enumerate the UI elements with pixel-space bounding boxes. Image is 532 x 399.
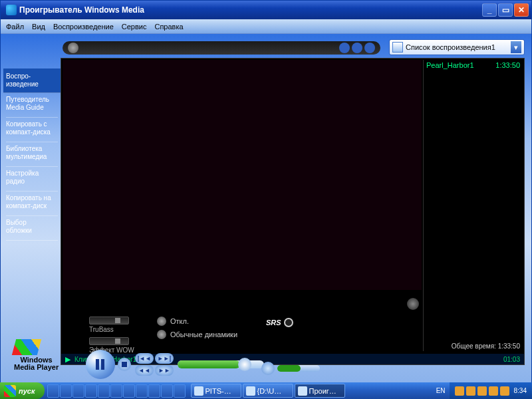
- tray-icon[interactable]: [500, 386, 509, 396]
- clock[interactable]: 8:34: [514, 387, 527, 394]
- ql-icon[interactable]: [123, 384, 135, 398]
- app-window: Проигрыватель Windows Media _ ▭ ✕ Файл В…: [0, 0, 532, 382]
- window-title: Проигрыватель Windows Media: [19, 5, 482, 15]
- menu-file[interactable]: Файл: [6, 23, 24, 31]
- topbar: Список воспроизведения1 ▾: [63, 39, 525, 57]
- tray-icon[interactable]: [466, 386, 475, 396]
- play-pause-button[interactable]: [86, 350, 115, 379]
- volume-slider[interactable]: [277, 365, 320, 372]
- menu-playback[interactable]: Воспроизведение: [53, 23, 114, 31]
- playlist-dropdown[interactable]: Список воспроизведения1 ▾: [389, 39, 525, 55]
- ql-icon[interactable]: [136, 384, 148, 398]
- playlist-item-duration: 1:33:50: [495, 61, 520, 69]
- taskbar: пуск PITS-… {D:\U… Проиг… EN 8:34: [0, 382, 532, 399]
- prev-button[interactable]: |◄◄: [135, 353, 154, 364]
- tray-icon[interactable]: [489, 386, 498, 396]
- playlist-item-name: Pearl_Harbor1: [426, 61, 474, 69]
- transport-controls: |◄◄ ►►| ◄◄ ►►: [86, 350, 268, 379]
- nav-copy-from-cd[interactable]: Копировать скомпакт-диска: [6, 118, 58, 142]
- ql-icon[interactable]: [161, 384, 173, 398]
- tray-icon[interactable]: [455, 386, 464, 396]
- ql-icon[interactable]: [47, 384, 59, 398]
- start-icon: [4, 385, 16, 397]
- tray-icon[interactable]: [477, 386, 487, 396]
- view-icon-1[interactable]: [339, 43, 350, 53]
- nav-now-playing[interactable]: Воспро-изведение: [3, 68, 61, 93]
- menu-service[interactable]: Сервис: [122, 23, 147, 31]
- wow-slider[interactable]: [89, 337, 129, 345]
- fastforward-button[interactable]: ►►: [155, 365, 174, 376]
- lang-indicator[interactable]: EN: [432, 387, 450, 394]
- quicklaunch: [47, 384, 186, 398]
- nav-library[interactable]: Библиотекамультимедиа: [6, 142, 58, 167]
- playlist-item[interactable]: Pearl_Harbor1 1:33:50: [426, 61, 520, 69]
- trubass-label: TruBass: [89, 326, 134, 333]
- system-tray: 8:34: [450, 382, 532, 399]
- ql-icon[interactable]: [110, 384, 122, 398]
- menu-view[interactable]: Вид: [32, 23, 45, 31]
- playlist-icon: [392, 42, 403, 53]
- fullscreen-button[interactable]: [407, 298, 419, 310]
- power-icon: [157, 317, 166, 326]
- top-pill: [63, 41, 380, 55]
- trubass-slider[interactable]: [89, 317, 129, 325]
- player-panel: Pearl_Harbor1 1:33:50 Общее время: 1:33:…: [61, 58, 525, 365]
- rewind-button[interactable]: ◄◄: [135, 365, 154, 376]
- mute-button[interactable]: [261, 362, 275, 375]
- titlebar[interactable]: Проигрыватель Windows Media _ ▭ ✕: [1, 1, 531, 19]
- menubar: Файл Вид Воспроизведение Сервис Справка: [1, 19, 531, 34]
- ql-icon[interactable]: [60, 384, 72, 398]
- left-nav: Воспро-изведение ПутеводительMedia Guide…: [6, 68, 58, 241]
- volume-controls: [261, 362, 320, 375]
- video-area[interactable]: [63, 60, 422, 290]
- view-icon-3[interactable]: [364, 43, 375, 53]
- playlist-dropdown-label: Список воспроизведения1: [406, 43, 511, 51]
- srs-logo: SRS: [266, 318, 293, 327]
- ql-icon[interactable]: [72, 384, 84, 398]
- ql-icon[interactable]: [174, 384, 186, 398]
- nav-skin[interactable]: Выборобложки: [6, 216, 58, 241]
- next-button[interactable]: ►►|: [155, 353, 174, 364]
- ql-icon[interactable]: [85, 384, 97, 398]
- effects-off-button[interactable]: Откл.: [157, 317, 237, 326]
- playlist-total: Общее время: 1:33:50: [452, 342, 520, 350]
- minimize-button[interactable]: _: [482, 3, 497, 17]
- task-button[interactable]: PITS-…: [191, 384, 241, 398]
- status-elapsed: 01:03: [503, 356, 520, 363]
- start-button[interactable]: пуск: [0, 382, 45, 399]
- windows-flag-icon: [12, 339, 41, 355]
- nav-radio[interactable]: Настройкарадио: [6, 167, 58, 192]
- body-area: Воспро-изведение ПутеводительMedia Guide…: [1, 34, 531, 383]
- nav-media-guide[interactable]: ПутеводительMedia Guide: [6, 93, 58, 118]
- speakers-button[interactable]: Обычные динамики: [157, 330, 237, 339]
- chevron-down-icon[interactable]: ▾: [511, 41, 521, 53]
- menu-help[interactable]: Справка: [154, 23, 183, 31]
- task-buttons: PITS-… {D:\U… Проиг…: [191, 384, 432, 398]
- close-button[interactable]: ✕: [514, 3, 529, 17]
- task-button[interactable]: {D:\U…: [243, 384, 293, 398]
- hide-menu-icon[interactable]: [68, 43, 78, 53]
- app-icon: [6, 5, 17, 15]
- ql-icon[interactable]: [148, 384, 160, 398]
- stop-button[interactable]: [118, 358, 131, 371]
- seek-slider[interactable]: [178, 360, 264, 368]
- play-icon: [157, 330, 166, 339]
- view-icon-2[interactable]: [352, 43, 362, 53]
- status-play-icon: ▶: [65, 355, 70, 364]
- nav-copy-to-cd[interactable]: Копировать накомпакт-диск: [6, 192, 58, 216]
- wmp-logo: WindowsMedia Player: [14, 339, 59, 371]
- task-button[interactable]: Проиг…: [295, 384, 345, 398]
- maximize-button[interactable]: ▭: [498, 3, 513, 17]
- playlist-panel: Pearl_Harbor1 1:33:50 Общее время: 1:33:…: [423, 60, 523, 351]
- ql-icon[interactable]: [98, 384, 110, 398]
